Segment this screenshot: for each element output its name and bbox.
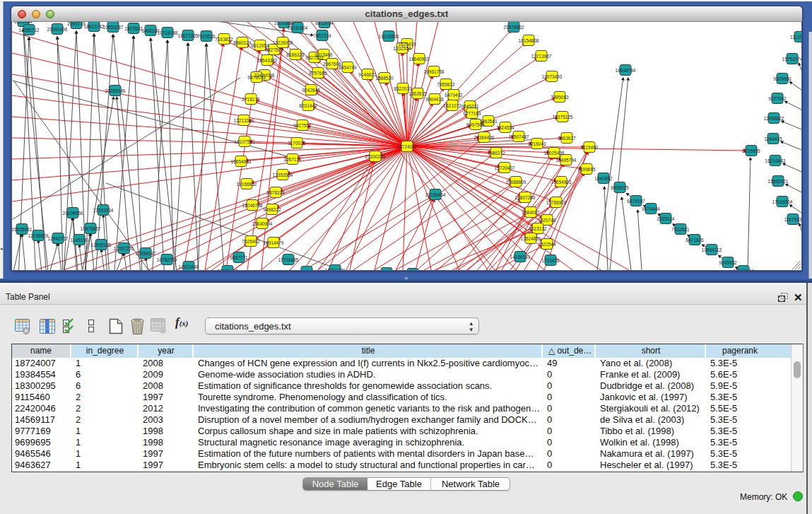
svg-text:13524851: 13524851 [521,236,541,241]
svg-text:1332554: 1332554 [393,46,411,51]
svg-text:3267110: 3267110 [284,157,302,162]
svg-text:18724007: 18724007 [397,144,418,149]
svg-text:19203448: 19203448 [218,269,238,271]
svg-text:15751074: 15751074 [782,57,801,62]
svg-text:20206556: 20206556 [63,211,83,216]
svg-text:18640910: 18640910 [409,57,430,62]
svg-text:19166852: 19166852 [237,182,257,187]
svg-text:9845231: 9845231 [461,104,479,109]
svg-text:16210643: 16210643 [765,158,786,163]
svg-text:8813054: 8813054 [315,22,334,25]
svg-text:19218506: 19218506 [379,34,399,39]
svg-text:16782759: 16782759 [157,257,177,262]
svg-text:7163822: 7163822 [215,37,233,42]
svg-text:15640994: 15640994 [252,221,273,226]
svg-text:12923448: 12923448 [179,264,199,269]
svg-text:12093822: 12093822 [764,116,784,121]
svg-text:1621072: 1621072 [443,103,461,108]
svg-text:1620746: 1620746 [538,218,556,223]
svg-text:10973493: 10973493 [542,74,563,79]
svg-text:10688609: 10688609 [506,180,526,185]
svg-text:12505185: 12505185 [91,243,112,247]
svg-text:9657771: 9657771 [230,255,248,260]
svg-text:12353584: 12353584 [273,173,293,177]
svg-text:11125418: 11125418 [790,35,801,40]
svg-text:7955812: 7955812 [437,82,455,87]
svg-text:8215955: 8215955 [742,148,760,153]
svg-text:26535061: 26535061 [12,227,33,232]
svg-text:17016504: 17016504 [772,199,793,204]
svg-text:10223344: 10223344 [734,269,754,271]
svg-text:9827503: 9827503 [265,47,283,52]
svg-text:9115460: 9115460 [581,145,599,150]
svg-text:20876862: 20876862 [504,25,524,30]
svg-text:15720407: 15720407 [495,165,515,170]
svg-text:10507487: 10507487 [509,134,529,139]
svg-text:8660124: 8660124 [233,40,252,45]
svg-text:1615132: 1615132 [529,226,547,231]
svg-text:15495794: 15495794 [556,158,577,163]
svg-text:9146821: 9146821 [358,72,377,77]
svg-text:12213967: 12213967 [531,54,552,59]
svg-text:16671355: 16671355 [178,33,199,38]
svg-text:8757685: 8757685 [309,71,327,76]
svg-text:1733426: 1733426 [541,258,560,263]
svg-text:16914479: 16914479 [264,240,284,245]
svg-text:13226058: 13226058 [273,40,293,45]
svg-text:8322031: 8322031 [394,86,412,91]
svg-text:25300295: 25300295 [365,154,386,159]
svg-text:15692921: 15692921 [768,179,789,184]
svg-text:9245052: 9245052 [719,260,737,265]
svg-text:16107553: 16107553 [235,139,255,144]
svg-text:18031804: 18031804 [288,25,308,30]
svg-text:9329966: 9329966 [773,76,792,81]
svg-text:1362615: 1362615 [408,91,427,96]
svg-text:14055712: 14055712 [19,28,40,33]
svg-text:20053346: 20053346 [105,88,126,93]
svg-text:20364436: 20364436 [474,135,495,140]
svg-text:10653287: 10653287 [103,25,124,30]
svg-text:19338454: 19338454 [425,192,446,197]
svg-text:3824554: 3824554 [496,125,514,130]
svg-text:16648784: 16648784 [616,68,636,73]
svg-text:14136141: 14136141 [510,255,531,259]
svg-text:8471626: 8471626 [686,238,704,243]
svg-text:19756928: 19756928 [546,200,567,205]
svg-text:12213369: 12213369 [234,118,254,123]
svg-text:18807249: 18807249 [515,195,536,200]
svg-text:9474444: 9474444 [642,206,660,211]
svg-text:17357255: 17357255 [114,246,134,251]
svg-text:20091406: 20091406 [47,27,68,32]
svg-text:7485063: 7485063 [551,95,569,100]
svg-text:10975857: 10975857 [81,226,101,231]
svg-text:10958147: 10958147 [136,251,156,256]
svg-text:16961758: 16961758 [424,69,445,74]
svg-text:16154808: 16154808 [519,38,539,43]
svg-text:12375125: 12375125 [553,115,573,119]
svg-text:5378334: 5378334 [266,190,285,195]
svg-text:1640952: 1640952 [594,176,613,181]
svg-text:7857224: 7857224 [313,33,331,38]
svg-text:2718176: 2718176 [242,97,260,102]
svg-text:9684067: 9684067 [522,210,540,215]
svg-text:16543382: 16543382 [257,58,278,63]
svg-text:12942757: 12942757 [48,236,69,241]
svg-text:10025438: 10025438 [544,151,565,156]
svg-text:9227342: 9227342 [768,96,787,101]
svg-text:16231289: 16231289 [325,268,346,271]
svg-text:1145190: 1145190 [71,238,88,243]
svg-text:2522544: 2522544 [538,242,556,247]
svg-text:8186328: 8186328 [286,52,305,57]
svg-text:2801454: 2801454 [14,22,33,24]
svg-text:9315466: 9315466 [314,52,333,57]
svg-text:6479402: 6479402 [445,93,463,98]
svg-text:1244415: 1244415 [764,136,782,141]
svg-text:10654963: 10654963 [231,159,252,164]
svg-text:18613742: 18613742 [84,24,105,29]
svg-text:1527602: 1527602 [124,26,143,31]
svg-text:8938925: 8938925 [611,185,629,190]
svg-text:1588520: 1588520 [375,76,394,81]
svg-text:9242848: 9242848 [302,88,320,93]
svg-text:9699695: 9699695 [577,167,596,172]
svg-text:1167533: 1167533 [784,217,801,222]
